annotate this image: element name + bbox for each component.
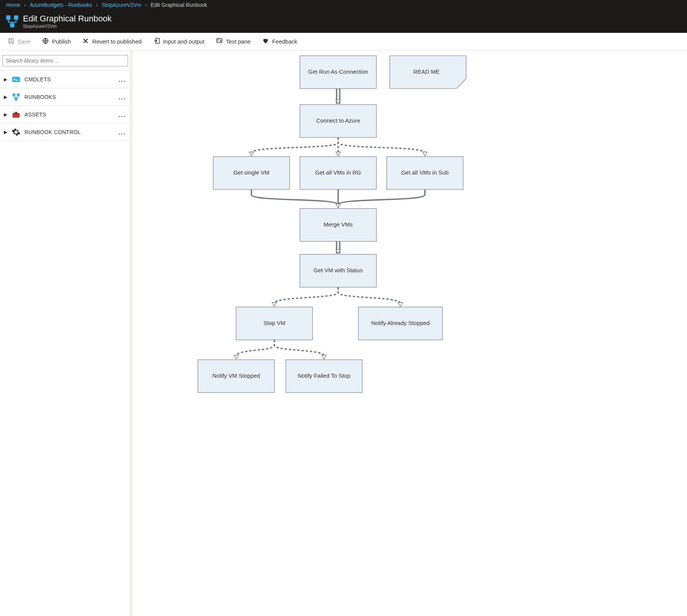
breadcrumb: Home › AzureBudgets - Runbooks › StopAzu… bbox=[0, 0, 687, 10]
sidebar-item-label: CMDLETS bbox=[24, 76, 51, 82]
breadcrumb-home[interactable]: Home bbox=[6, 2, 20, 8]
sidebar-item-control[interactable]: ▶ RUNBOOK CONTROL … bbox=[0, 123, 130, 141]
node-readme[interactable]: READ ME bbox=[390, 56, 466, 89]
svg-text:Get Run As Connection: Get Run As Connection bbox=[308, 68, 368, 75]
sidebar-item-cmdlets[interactable]: ▶ CMDLETS … bbox=[0, 71, 130, 88]
toolbar: Save Publish Revert to published Input a… bbox=[0, 33, 687, 50]
search-input[interactable] bbox=[2, 55, 128, 66]
svg-rect-9 bbox=[13, 94, 15, 96]
more-icon[interactable]: … bbox=[118, 92, 126, 101]
page-header: Edit Graphical Runbook StopAzureV2Vm bbox=[0, 10, 687, 33]
gear-icon bbox=[11, 128, 21, 137]
chevron-right-icon: ▶ bbox=[4, 129, 8, 135]
svg-text:Get single VM: Get single VM bbox=[233, 169, 269, 176]
sidebar-item-label: ASSETS bbox=[24, 112, 46, 118]
breadcrumb-sep: › bbox=[24, 2, 26, 8]
svg-rect-0 bbox=[6, 15, 10, 19]
svg-text:Notify Failed To Stop: Notify Failed To Stop bbox=[298, 372, 350, 379]
more-icon[interactable]: … bbox=[118, 128, 126, 136]
svg-text:Connect to Azure: Connect to Azure bbox=[316, 117, 360, 124]
node-status[interactable]: Get VM with Status bbox=[300, 254, 376, 287]
node-single-vm[interactable]: Get single VM bbox=[213, 157, 290, 189]
cmdlets-icon bbox=[11, 75, 21, 84]
revert-icon bbox=[82, 37, 89, 45]
io-label: Input and output bbox=[163, 38, 204, 45]
io-button[interactable]: Input and output bbox=[153, 37, 204, 45]
graph-canvas[interactable]: Get Run As Connection READ ME Connect to… bbox=[131, 50, 687, 616]
svg-text:Stop VM: Stop VM bbox=[263, 320, 285, 326]
svg-text:Get VM with Status: Get VM with Status bbox=[314, 267, 363, 273]
svg-rect-3 bbox=[10, 39, 12, 40]
svg-text:Notify Already Stopped: Notify Already Stopped bbox=[371, 320, 430, 326]
revert-label: Revert to published bbox=[92, 38, 141, 45]
chevron-right-icon: ▶ bbox=[4, 112, 8, 117]
test-button[interactable]: Test pane bbox=[216, 37, 251, 45]
library-sidebar: ▶ CMDLETS … ▶ RUNBOOKS … ▶ ASSETS … ▶ RU… bbox=[0, 50, 131, 616]
node-get-connection[interactable]: Get Run As Connection bbox=[300, 56, 376, 89]
breadcrumb-account[interactable]: AzureBudgets - Runbooks bbox=[30, 2, 92, 8]
sidebar-item-label: RUNBOOK CONTROL bbox=[24, 129, 81, 135]
globe-icon bbox=[42, 37, 49, 45]
node-already[interactable]: Notify Already Stopped bbox=[358, 307, 442, 340]
svg-rect-10 bbox=[17, 94, 19, 96]
page-title: Edit Graphical Runbook bbox=[23, 14, 112, 24]
heart-icon bbox=[262, 37, 269, 45]
node-stop[interactable]: Stop VM bbox=[236, 307, 313, 340]
svg-rect-8 bbox=[12, 77, 20, 82]
svg-text:Notify VM Stopped: Notify VM Stopped bbox=[212, 372, 260, 379]
more-icon[interactable]: … bbox=[118, 110, 126, 119]
chevron-right-icon: ▶ bbox=[4, 77, 8, 82]
feedback-label: Feedback bbox=[272, 38, 297, 45]
node-all-sub[interactable]: Get all VMs in Sub bbox=[387, 157, 463, 189]
revert-button[interactable]: Revert to published bbox=[82, 37, 141, 45]
node-merge[interactable]: Merge VMs bbox=[300, 209, 376, 241]
breadcrumb-sep: › bbox=[145, 2, 147, 8]
svg-rect-13 bbox=[13, 113, 19, 114]
save-icon bbox=[8, 37, 15, 45]
node-stopped[interactable]: Notify VM Stopped bbox=[198, 360, 274, 393]
svg-rect-14 bbox=[15, 112, 17, 113]
node-connect[interactable]: Connect to Azure bbox=[300, 105, 376, 137]
svg-text:Get all VMs in RG: Get all VMs in RG bbox=[315, 169, 361, 176]
svg-rect-1 bbox=[14, 15, 18, 19]
svg-text:READ ME: READ ME bbox=[413, 68, 439, 75]
node-all-rg[interactable]: Get all VMs in RG bbox=[300, 157, 376, 189]
svg-rect-2 bbox=[10, 23, 14, 27]
sidebar-item-label: RUNBOOKS bbox=[24, 94, 56, 100]
assets-icon bbox=[11, 110, 21, 119]
save-label: Save bbox=[18, 38, 31, 45]
svg-rect-11 bbox=[15, 98, 18, 100]
publish-label: Publish bbox=[52, 38, 71, 45]
test-label: Test pane bbox=[226, 38, 251, 45]
breadcrumb-runbook[interactable]: StopAzureV2Vm bbox=[102, 2, 141, 8]
breadcrumb-sep: › bbox=[96, 2, 98, 8]
feedback-button[interactable]: Feedback bbox=[262, 37, 297, 45]
io-icon bbox=[153, 37, 160, 45]
node-failed[interactable]: Notify Failed To Stop bbox=[286, 360, 362, 393]
runbook-icon bbox=[5, 15, 19, 28]
breadcrumb-current: Edit Graphical Runbook bbox=[151, 2, 207, 8]
svg-rect-4 bbox=[10, 42, 13, 44]
sidebar-item-runbooks[interactable]: ▶ RUNBOOKS … bbox=[0, 88, 130, 106]
publish-button[interactable]: Publish bbox=[42, 37, 71, 45]
svg-text:Merge VMs: Merge VMs bbox=[324, 221, 353, 228]
more-icon[interactable]: … bbox=[118, 75, 126, 84]
chevron-right-icon: ▶ bbox=[4, 94, 8, 100]
save-button: Save bbox=[8, 37, 31, 45]
sidebar-item-assets[interactable]: ▶ ASSETS … bbox=[0, 106, 130, 123]
test-icon bbox=[216, 37, 223, 45]
page-subtitle: StopAzureV2Vm bbox=[23, 24, 112, 29]
svg-text:Get all VMs in Sub: Get all VMs in Sub bbox=[401, 169, 449, 176]
runbooks-icon bbox=[11, 92, 21, 102]
